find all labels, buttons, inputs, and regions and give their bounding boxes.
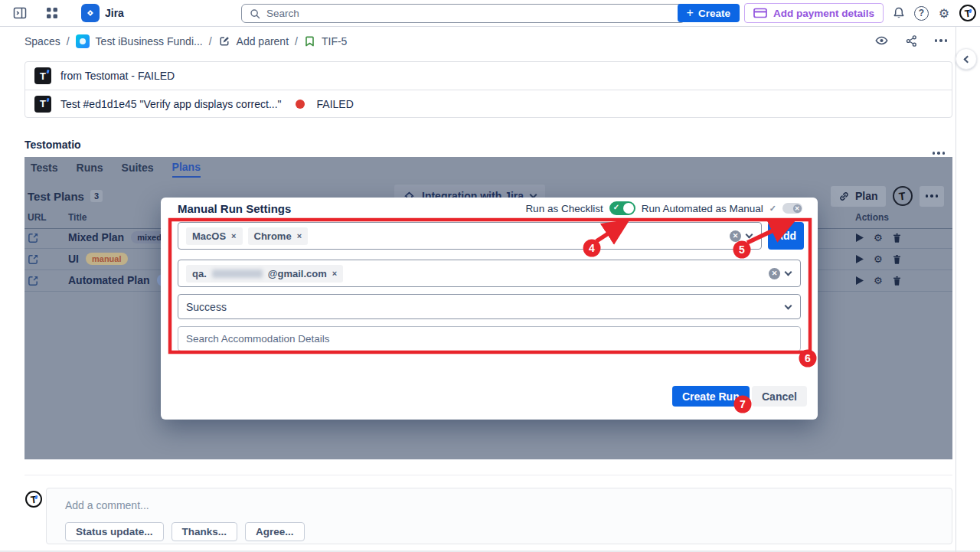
remove-tag-icon[interactable]: × xyxy=(297,231,302,240)
env-tag: Chrome× xyxy=(248,227,309,245)
plan-title[interactable]: Automated Plan xyxy=(68,274,150,286)
breadcrumb-project[interactable]: Test iBusiness Fundi... xyxy=(96,35,203,47)
assignee-multiselect[interactable]: qa.@gmail.com × ✕ xyxy=(178,260,801,287)
run-as-checklist-label: Run as Checklist xyxy=(525,203,603,214)
modal-title: Manual Run Settings xyxy=(178,202,291,215)
check-icon: ✓ xyxy=(769,204,776,214)
test-result-text: Test #ed1d1e45 "Verify app displays corr… xyxy=(60,98,282,110)
testomat-logo-icon: T xyxy=(34,96,51,113)
run-automated-as-manual-label: Run Automated as Manual xyxy=(642,203,763,214)
add-environment-button[interactable]: Add xyxy=(768,222,804,250)
search-input[interactable] xyxy=(266,8,678,19)
clear-select-icon[interactable]: ✕ xyxy=(730,230,741,242)
create-run-button[interactable]: Create Run xyxy=(672,386,750,407)
plus-icon: + xyxy=(687,6,694,20)
environments-multiselect[interactable]: MacOS× Chrome× ✕ xyxy=(178,222,762,250)
plans-more-button[interactable] xyxy=(920,186,945,207)
run-play-icon[interactable] xyxy=(855,276,864,286)
assignee-tag: qa.@gmail.com × xyxy=(186,265,343,283)
watch-eye-icon[interactable] xyxy=(870,30,893,51)
plans-title: Test Plans 3 xyxy=(28,190,103,203)
create-button[interactable]: + Create xyxy=(678,4,740,22)
more-actions-icon[interactable] xyxy=(929,30,952,51)
user-avatar[interactable]: T xyxy=(959,5,976,21)
testomat-logo-icon: T xyxy=(34,67,51,84)
row-settings-gear-icon[interactable]: ⚙ xyxy=(874,253,883,265)
comment-box[interactable]: Add a comment... Status update... Thanks… xyxy=(46,488,952,544)
jira-home-link[interactable]: Jira xyxy=(81,4,124,22)
redacted-email-segment xyxy=(212,269,263,278)
top-navigation: Jira + Create Add payment details ? ⚙ xyxy=(0,0,980,27)
delete-trash-icon[interactable] xyxy=(892,254,902,265)
comment-placeholder: Add a comment... xyxy=(65,499,149,511)
right-rail-divider xyxy=(956,27,956,552)
run-play-icon[interactable] xyxy=(855,254,864,264)
breadcrumb-add-parent[interactable]: Add parent xyxy=(237,35,289,47)
remove-tag-icon[interactable]: × xyxy=(332,269,337,278)
run-title-input[interactable] xyxy=(186,333,792,345)
plan-link-button[interactable]: Plan xyxy=(831,186,886,207)
chevron-left-icon xyxy=(964,55,972,63)
settings-gear-icon[interactable]: ⚙ xyxy=(933,2,955,24)
row-settings-gear-icon[interactable]: ⚙ xyxy=(874,275,883,286)
delete-trash-icon[interactable] xyxy=(892,233,902,243)
chevron-down-icon[interactable] xyxy=(785,269,792,276)
credit-card-icon xyxy=(753,8,767,18)
quick-reply-agree[interactable]: Agree... xyxy=(245,522,305,541)
external-link-icon[interactable] xyxy=(28,275,39,286)
env-tag: MacOS× xyxy=(186,227,243,245)
x-icon: ✕ xyxy=(793,204,802,213)
bookmark-issue-icon xyxy=(304,35,315,47)
test-result-row[interactable]: T Test #ed1d1e45 "Verify app displays co… xyxy=(25,90,952,117)
failed-status-dot xyxy=(296,100,305,109)
share-icon[interactable] xyxy=(900,30,923,51)
edit-pencil-icon xyxy=(218,35,230,47)
run-title-field xyxy=(178,326,801,351)
delete-trash-icon[interactable] xyxy=(892,276,902,286)
tab-plans[interactable]: Plans xyxy=(172,158,201,178)
breadcrumb: Spaces / Test iBusiness Fundi... / Add p… xyxy=(24,28,952,54)
plan-title[interactable]: Mixed Plan xyxy=(68,231,124,243)
link-icon xyxy=(838,191,850,202)
global-search[interactable] xyxy=(241,4,685,23)
tab-runs[interactable]: Runs xyxy=(77,158,103,177)
app-title: Jira xyxy=(105,7,124,19)
breadcrumb-spaces[interactable]: Spaces xyxy=(24,35,60,47)
app-switcher-icon[interactable] xyxy=(41,2,63,24)
test-result-row[interactable]: T from Testomat - FAILED xyxy=(25,62,952,90)
run-play-icon[interactable] xyxy=(855,233,864,243)
help-icon[interactable]: ? xyxy=(914,6,929,21)
manual-run-settings-modal: Manual Run Settings Run as Checklist ✓ R… xyxy=(161,198,818,420)
testomatio-tabs: Tests Runs Suites Plans xyxy=(31,157,201,178)
project-icon xyxy=(76,34,90,48)
add-payment-details-button[interactable]: Add payment details xyxy=(744,3,884,23)
notifications-bell-icon[interactable] xyxy=(888,2,910,24)
plans-count-badge: 3 xyxy=(90,190,103,202)
linked-test-results: T from Testomat - FAILED T Test #ed1d1e4… xyxy=(24,61,952,118)
jira-logo-icon xyxy=(81,4,100,22)
clear-select-icon[interactable]: ✕ xyxy=(769,268,780,279)
plan-title[interactable]: UI xyxy=(68,253,79,265)
tab-tests[interactable]: Tests xyxy=(31,158,58,177)
testomatio-section-title: Testomatio xyxy=(24,139,81,151)
sidebar-toggle-icon[interactable] xyxy=(9,2,31,24)
row-settings-gear-icon[interactable]: ⚙ xyxy=(874,232,883,243)
quick-reply-thanks[interactable]: Thanks... xyxy=(172,522,238,541)
chevron-down-icon[interactable] xyxy=(746,231,753,239)
test-result-text: from Testomat - FAILED xyxy=(60,70,175,82)
external-link-icon[interactable] xyxy=(28,253,39,265)
expand-panel-button[interactable] xyxy=(956,48,977,70)
remove-tag-icon[interactable]: × xyxy=(231,231,236,240)
quick-reply-status-update[interactable]: Status update... xyxy=(65,522,164,541)
breadcrumb-issue-key[interactable]: TIF-5 xyxy=(322,35,347,47)
cancel-button[interactable]: Cancel xyxy=(752,386,807,407)
run-automated-as-manual-toggle[interactable]: ✕ xyxy=(782,203,802,214)
testomatio-logo-icon: T xyxy=(893,186,913,206)
plan-type-badge: manual xyxy=(86,253,128,265)
search-icon xyxy=(249,8,261,20)
run-as-checklist-toggle[interactable]: ✓ xyxy=(609,201,635,215)
check-icon: ✓ xyxy=(613,203,619,211)
status-select[interactable]: Success xyxy=(178,294,801,319)
tab-suites[interactable]: Suites xyxy=(122,158,154,177)
external-link-icon[interactable] xyxy=(28,232,39,243)
